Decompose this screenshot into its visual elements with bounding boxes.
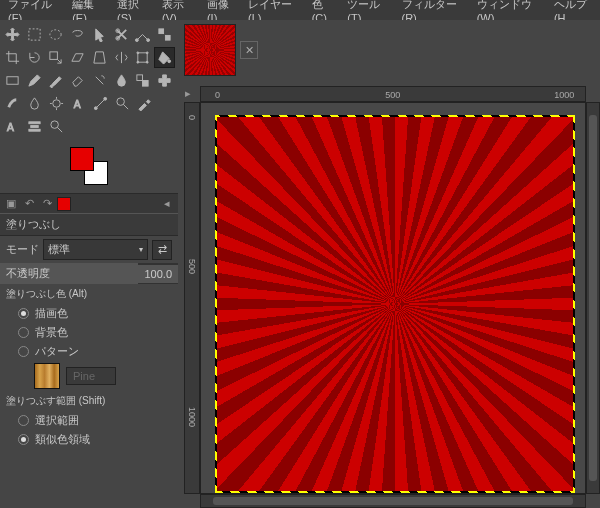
svg-point-10 [147,52,149,54]
mode-switch-icon[interactable]: ⇄ [152,240,172,260]
toolbox: A A [0,20,178,143]
tool-options-title: 塗りつぶし [0,213,178,236]
image-tab[interactable]: ✕ [184,24,258,76]
fuzzy-select-tool-icon[interactable] [89,24,110,45]
scale-tool-icon[interactable] [46,47,67,68]
color-select-tool-icon[interactable] [154,24,175,45]
zoom-tool2-icon[interactable] [46,116,67,137]
radio-selection[interactable]: 選択範囲 [0,411,178,430]
radio-off-icon [18,346,29,357]
gradient-tool-icon[interactable] [2,70,23,91]
mode-select[interactable]: 標準 ▾ [43,239,148,260]
pencil-tool-icon[interactable] [24,70,45,91]
svg-rect-0 [29,29,40,40]
align-tool-icon[interactable] [24,116,45,137]
cage-tool-icon[interactable] [133,47,154,68]
paintbrush-tool-icon[interactable] [46,70,67,91]
scrollbar-horizontal[interactable] [200,494,586,508]
dodge-tool-icon[interactable] [46,93,67,114]
dock-redo-icon[interactable]: ↷ [39,196,55,212]
eraser-tool-icon[interactable] [67,70,88,91]
move-tool-icon[interactable] [2,24,23,45]
canvas-area: ✕ ▸ 0 500 1000 0 500 1000 [178,20,600,508]
dock-color-icon[interactable] [57,197,71,211]
smudge-tool-icon[interactable] [2,93,23,114]
dock-tab-bar: ▣ ↶ ↷ ◂ [0,193,178,213]
ellipse-select-tool-icon[interactable] [46,24,67,45]
dock-menu-icon[interactable]: ◂ [159,196,175,212]
radio-pattern-label: パターン [35,344,79,359]
pattern-picker[interactable]: Pine [0,361,178,391]
radio-background-label: 背景色 [35,325,68,340]
opacity-label: 不透明度 [0,263,138,284]
bucket-fill-tool-icon[interactable] [154,47,175,68]
opacity-slider[interactable]: 不透明度 100.0 [0,263,178,284]
svg-rect-25 [29,129,40,131]
svg-rect-8 [50,52,58,60]
radio-pattern[interactable]: パターン [0,342,178,361]
ruler-tick: 1000 [187,407,197,427]
canvas-viewport[interactable] [200,102,586,494]
svg-rect-23 [29,122,40,124]
zoom-tool-icon[interactable] [112,93,133,114]
color-swatches[interactable] [70,147,115,187]
shear-tool-icon[interactable] [67,47,88,68]
text-tool2-icon[interactable]: A [2,116,23,137]
svg-point-4 [136,39,139,42]
rect-select-tool-icon[interactable] [24,24,45,45]
airbrush-tool-icon[interactable] [89,70,110,91]
ruler-tick: 0 [187,115,197,120]
canvas[interactable] [215,115,575,493]
radio-similar[interactable]: 類似色領域 [0,430,178,449]
mode-label: モード [6,242,39,257]
ruler-vertical[interactable]: 0 500 1000 [184,102,200,494]
paths-tool-icon[interactable] [133,24,154,45]
clone-tool-icon[interactable] [133,70,154,91]
perspective-tool-icon[interactable] [89,47,110,68]
svg-point-11 [137,61,139,63]
svg-point-21 [117,98,125,106]
crop-tool-icon[interactable] [2,47,23,68]
ruler-tick: 500 [187,259,197,274]
blur-tool-icon[interactable] [24,93,45,114]
svg-point-20 [104,97,107,100]
mode-value: 標準 [48,242,70,257]
radio-foreground-label: 描画色 [35,306,68,321]
svg-text:A: A [74,99,81,110]
measure-tool-icon[interactable] [90,93,111,114]
scroll-thumb[interactable] [213,497,573,505]
fill-area-header: 塗りつぶす範囲 (Shift) [0,391,178,411]
ruler-horizontal[interactable]: 0 500 1000 [200,86,586,102]
radio-on-icon [18,434,29,445]
ruler-tick: 0 [215,90,220,100]
rotate-tool-icon[interactable] [24,47,45,68]
foreground-color-swatch[interactable] [70,147,94,171]
dock-tab-icon[interactable]: ▣ [3,196,19,212]
radio-background[interactable]: 背景色 [0,323,178,342]
radio-off-icon [18,327,29,338]
svg-point-12 [147,61,149,63]
svg-point-26 [51,121,59,129]
pattern-swatch-icon[interactable] [34,363,60,389]
heal-tool-icon[interactable] [154,70,175,91]
dock-undo-icon[interactable]: ↶ [21,196,37,212]
ruler-origin-icon[interactable]: ▸ [185,87,199,101]
chevron-down-icon: ▾ [139,245,143,254]
image-thumbnail[interactable] [184,24,236,76]
scroll-thumb[interactable] [589,115,597,481]
ink-tool-icon[interactable] [111,70,132,91]
color-picker-tool-icon[interactable] [134,93,155,114]
flip-tool-icon[interactable] [111,47,132,68]
scrollbar-vertical[interactable] [586,102,600,494]
radio-foreground[interactable]: 描画色 [0,304,178,323]
lasso-tool-icon[interactable] [67,24,88,45]
mode-row: モード 標準 ▾ ⇄ [0,236,178,263]
close-icon[interactable]: ✕ [240,41,258,59]
radio-off-icon [18,415,29,426]
radio-on-icon [18,308,29,319]
ruler-tick: 1000 [554,90,574,100]
text-tool-icon[interactable]: A [68,93,89,114]
ruler-tick: 500 [385,90,400,100]
fill-color-header: 塗りつぶし色 (Alt) [0,284,178,304]
scissors-tool-icon[interactable] [111,24,132,45]
